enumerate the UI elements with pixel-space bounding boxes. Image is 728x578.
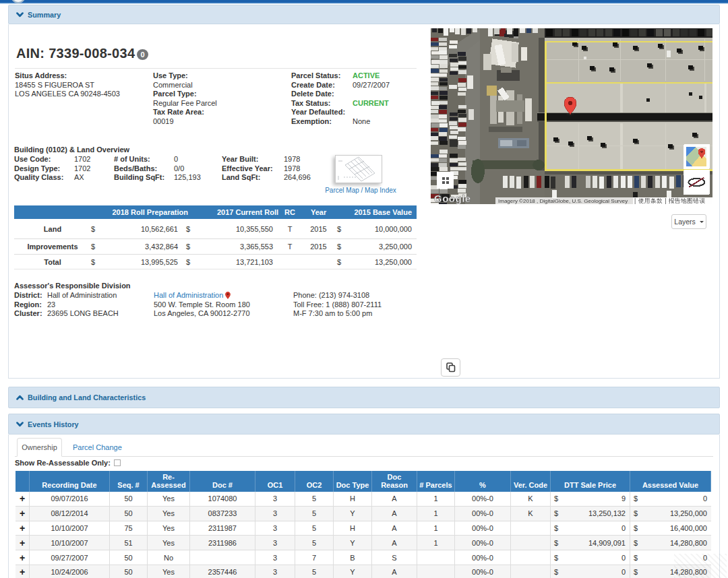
svg-text:Imagery ©2018 , DigitalGlobe,: Imagery ©2018 , DigitalGlobe, U.S. Geolo… (498, 198, 628, 204)
svg-text:| 使用条款 | 报告地图错误: | 使用条款 | 报告地图错误 (634, 197, 706, 204)
svg-text:Google: Google (434, 193, 471, 204)
